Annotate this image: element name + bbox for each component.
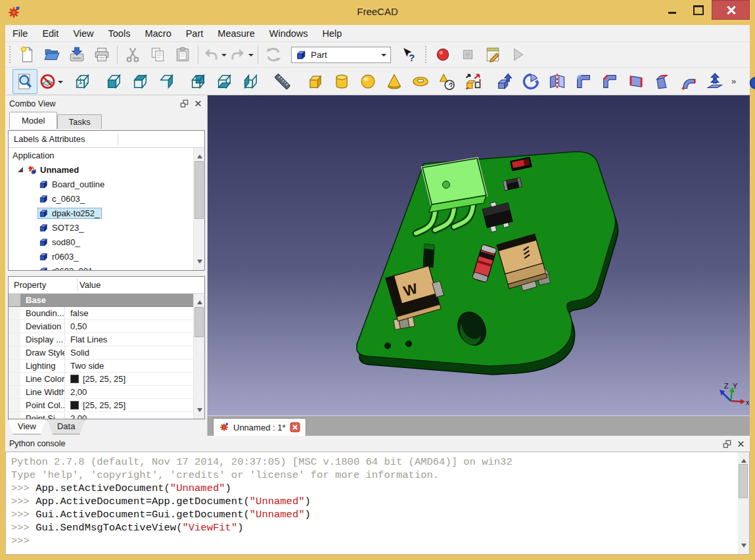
console-scrollbar[interactable] — [738, 452, 749, 554]
tree-item-board-outline[interactable]: Board_outline — [9, 177, 193, 191]
scroll-up-icon[interactable] — [741, 456, 746, 463]
close-button[interactable] — [712, 0, 750, 20]
tree-item-r0603-001[interactable]: r0603_001 — [9, 264, 193, 270]
tree-item-r0603-[interactable]: r0603_ — [9, 249, 193, 264]
menu-file[interactable]: File — [5, 26, 35, 41]
tree-scrollbar[interactable] — [193, 148, 204, 270]
part-fillet-button[interactable] — [571, 69, 596, 94]
property-row[interactable]: LightingTwo side — [9, 360, 193, 373]
view-front-button[interactable] — [102, 69, 127, 94]
tab-model[interactable]: Model — [9, 112, 57, 129]
view-bottom-button[interactable] — [212, 69, 237, 94]
whats-this-button[interactable] — [397, 43, 421, 66]
toolbar-grip[interactable] — [424, 46, 427, 63]
panel-splitter[interactable] — [8, 271, 205, 275]
measure-button[interactable] — [270, 69, 295, 94]
tree-item-sod80-[interactable]: sod80_ — [9, 235, 193, 249]
part-shapebuilder-button[interactable] — [461, 69, 486, 94]
toolbar-grip[interactable] — [9, 46, 11, 63]
scroll-down-icon[interactable] — [741, 544, 746, 550]
part-sphere-button[interactable] — [355, 69, 380, 94]
menu-edit[interactable]: Edit — [35, 26, 66, 41]
toolbar-overflow-button[interactable]: » — [728, 76, 739, 86]
part-box-button[interactable] — [303, 69, 328, 94]
tree-item-document[interactable]: Unnamed — [9, 162, 193, 177]
property-row[interactable]: Point Si...2,00 — [9, 412, 193, 419]
part-loft-button[interactable] — [650, 69, 675, 94]
menu-macro[interactable]: Macro — [137, 26, 178, 41]
part-torus-button[interactable] — [408, 69, 433, 94]
part-cone-button[interactable] — [382, 69, 407, 94]
tab-data[interactable]: Data — [47, 419, 85, 434]
macro-edit-button[interactable] — [481, 43, 505, 66]
part-ruled-surface-button[interactable] — [624, 69, 649, 94]
part-cylinder-button[interactable] — [329, 69, 354, 94]
part-mirror-button[interactable] — [545, 69, 570, 94]
scroll-down-icon[interactable] — [197, 408, 202, 415]
expander-icon[interactable] — [18, 167, 23, 172]
title-bar[interactable]: FreeCAD — [0, 0, 755, 25]
part-revolve-button[interactable] — [518, 69, 543, 94]
property-row[interactable]: Line Color[25, 25, 25] — [9, 373, 193, 386]
macro-record-button[interactable] — [431, 43, 455, 66]
print-button[interactable] — [90, 43, 114, 66]
property-row[interactable]: Display ...Flat Lines — [9, 333, 193, 346]
document-tab[interactable]: Unnamed : 1* — [213, 418, 306, 436]
property-scrollbar[interactable] — [193, 294, 204, 419]
undo-button[interactable] — [202, 43, 227, 66]
part-offset-button[interactable] — [702, 69, 727, 94]
tree-scrollbar-thumb[interactable] — [194, 161, 204, 219]
property-scrollbar-thumb[interactable] — [194, 307, 204, 337]
new-file-button[interactable] — [15, 43, 39, 66]
tree-column-divider[interactable] — [118, 133, 118, 145]
tab-close-icon[interactable] — [290, 422, 300, 432]
macro-play-button[interactable] — [506, 43, 530, 66]
property-row[interactable]: Line Width2,00 — [9, 386, 193, 399]
tree-item-sot23-[interactable]: SOT23_ — [9, 220, 193, 235]
cut-button[interactable] — [121, 43, 145, 66]
menu-part[interactable]: Part — [179, 26, 211, 41]
property-group-base[interactable]: Base — [9, 294, 193, 307]
python-console-output[interactable]: Python 2.7.8 (default, Nov 17 2014, 20:3… — [5, 452, 750, 555]
save-button[interactable] — [65, 43, 89, 66]
scroll-up-icon[interactable] — [197, 152, 202, 158]
property-row[interactable]: Boundin...false — [9, 307, 193, 320]
property-row[interactable]: Draw StyleSolid — [9, 346, 193, 360]
tab-view[interactable]: View — [8, 419, 46, 434]
macro-stop-button[interactable] — [456, 43, 480, 66]
maximize-button[interactable] — [685, 0, 712, 20]
redo-button[interactable] — [229, 43, 254, 66]
view-left-button[interactable] — [239, 69, 263, 94]
refresh-button[interactable] — [262, 43, 285, 66]
tree-item-application[interactable]: Application — [9, 148, 193, 162]
tree-item-c-0603-[interactable]: c_0603_ — [9, 191, 193, 206]
menu-help[interactable]: Help — [315, 26, 350, 41]
paste-button[interactable] — [171, 43, 194, 66]
tab-tasks[interactable]: Tasks — [57, 114, 101, 129]
view-top-button[interactable] — [128, 69, 153, 94]
property-row[interactable]: Point Col...[25, 25, 25] — [9, 399, 193, 412]
view-rear-button[interactable] — [186, 69, 211, 94]
close-panel-icon[interactable] — [736, 439, 746, 449]
copy-button[interactable] — [146, 43, 170, 66]
view-axonometric-button[interactable] — [70, 69, 95, 94]
float-panel-icon[interactable] — [722, 439, 732, 449]
draw-style-button[interactable] — [39, 69, 64, 94]
part-extrude-button[interactable] — [492, 69, 517, 94]
part-primitives-button[interactable] — [434, 69, 459, 94]
scroll-up-icon[interactable] — [197, 298, 202, 304]
menu-view[interactable]: View — [66, 26, 101, 41]
scroll-down-icon[interactable] — [197, 260, 202, 266]
tree-item-dpak-to252-[interactable]: dpak-to252_ — [9, 206, 193, 220]
float-panel-icon[interactable] — [179, 99, 189, 108]
menu-windows[interactable]: Windows — [262, 26, 315, 41]
minimize-button[interactable] — [659, 0, 685, 20]
menu-measure[interactable]: Measure — [210, 26, 262, 41]
open-folder-button[interactable] — [40, 43, 64, 66]
part-chamfer-button[interactable] — [597, 69, 622, 94]
console-scrollbar-thumb[interactable] — [739, 464, 748, 498]
part-boolean-button[interactable] — [745, 69, 755, 94]
view-right-button[interactable] — [154, 69, 179, 94]
menu-tools[interactable]: Tools — [101, 26, 138, 41]
close-panel-icon[interactable] — [193, 99, 203, 108]
